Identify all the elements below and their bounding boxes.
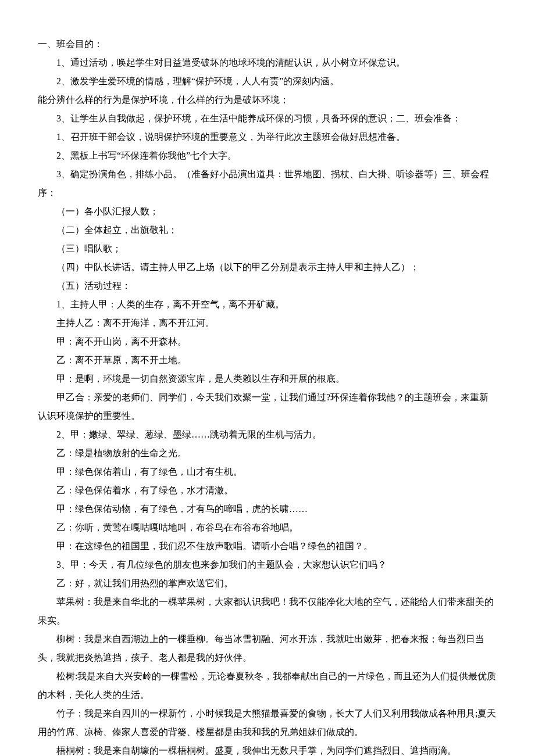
paragraph: 1、召开班干部会议，说明保护环境的重要意义，为举行此次主题班会做好思想准备。 xyxy=(38,128,497,146)
paragraph: 梧桐树：我是来自胡壕的一棵梧桐树。盛夏，我伸出无数只手掌，为同学们遮挡烈日、遮挡… xyxy=(38,741,497,756)
paragraph: （三）唱队歌； xyxy=(38,239,497,258)
paragraph: 能分辨什么样的行为是保护环境，什么样的行为是破坏环境； xyxy=(38,91,497,109)
paragraph: （一）各小队汇报人数； xyxy=(38,202,497,221)
paragraph: 乙：好，就让我们用热烈的掌声欢送它们。 xyxy=(38,574,497,593)
paragraph: 2、甲：嫩绿、翠绿、葱绿、墨绿……跳动着无限的生机与活力。 xyxy=(38,425,497,444)
paragraph: 竹子：我是来自四川的一棵新竹，小时候我是大熊猫最喜爱的食物，长大了人们又利用我做… xyxy=(38,704,497,741)
paragraph: （五）活动过程： xyxy=(38,277,497,295)
paragraph: 甲：离不开山岗，离不开森林。 xyxy=(38,332,497,351)
paragraph: 乙：你听，黄莺在嘎咕嘎咕地叫，布谷鸟在布谷布谷地唱。 xyxy=(38,518,497,537)
paragraph: 甲乙合：亲爱的老师们、同学们，今天我们欢聚一堂，让我们通过?环保连着你我他？的主… xyxy=(38,388,497,425)
paragraph: 乙：绿色保佑着水，有了绿色，水才清澈。 xyxy=(38,481,497,500)
paragraph: 乙：离不开草原，离不开土地。 xyxy=(38,351,497,370)
paragraph: 乙：绿是植物放射的生命之光。 xyxy=(38,444,497,463)
paragraph: 甲：是啊，环境是一切自然资源宝库，是人类赖以生存和开展的根底。 xyxy=(38,370,497,388)
paragraph: （四）中队长讲话。请主持人甲乙上场（以下的甲乙分别是表示主持人甲和主持人乙）； xyxy=(38,258,497,277)
paragraph: 2、黑板上书写“环保连着你我他”七个大字。 xyxy=(38,146,497,165)
paragraph: 3、甲：今天，有几位绿色的朋友也来参加我们的主题队会，大家想认识它们吗？ xyxy=(38,556,497,574)
paragraph: 一、班会目的： xyxy=(38,35,497,53)
paragraph: 甲：绿色保佑着山，有了绿色，山才有生机。 xyxy=(38,463,497,481)
paragraph: 主持人乙：离不开海洋，离不开江河。 xyxy=(38,314,497,332)
paragraph: 柳树：我是来自西湖边上的一棵垂柳。每当冰雪初融、河水开冻，我就吐出嫩芽，把春来报… xyxy=(38,630,497,667)
paragraph: 3、让学生从自我做起，保护环境，在生活中能养成环保的习惯，具备环保的意识；二、班… xyxy=(38,109,497,128)
paragraph: （二）全体起立，出旗敬礼； xyxy=(38,221,497,239)
paragraph: 3、确定扮演角色，排练小品。（准备好小品演出道具：世界地图、拐杖、白大褂、听诊器… xyxy=(38,165,497,202)
document-body: 一、班会目的： 1、通过活动，唤起学生对日益遭受破坏的地球环境的清醒认识，从小树… xyxy=(38,35,497,756)
paragraph: 苹果树：我是来自华北的一棵苹果树，大家都认识我吧！我不仅能净化大地的空气，还能给… xyxy=(38,593,497,630)
paragraph: 1、主持人甲：人类的生存，离不开空气，离不开矿藏。 xyxy=(38,295,497,314)
paragraph: 甲：绿色保佑动物，有了绿色，才有鸟的啼唱，虎的长啸…… xyxy=(38,500,497,518)
paragraph: 甲：在这绿色的祖国里，我们忍不住放声歌唱。请听小合唱？绿色的祖国？。 xyxy=(38,537,497,556)
paragraph: 1、通过活动，唤起学生对日益遭受破坏的地球环境的清醒认识，从小树立环保意识。 xyxy=(38,53,497,72)
paragraph: 松树:我是来自大兴安岭的一棵雪松，无论春夏秋冬，我都奉献出自己的一片绿色，而且还… xyxy=(38,667,497,704)
paragraph: 2、激发学生爱环境的情感，理解“保护环境，人人有责”的深刻内涵。 xyxy=(38,72,497,91)
